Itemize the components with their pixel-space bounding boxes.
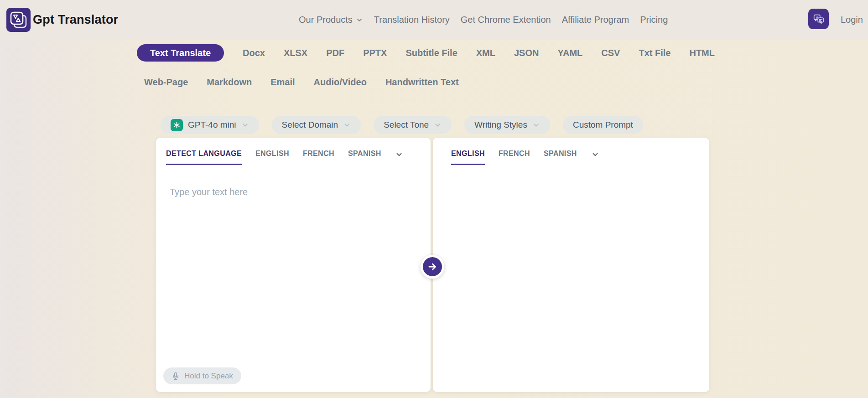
file-type-tabs-row-1: Text Translate Docx XLSX PDF PPTX Subtit… <box>137 44 715 62</box>
hold-to-speak-button[interactable]: Hold to Speak <box>163 367 241 384</box>
source-panel: DETECT LANGUAGE ENGLISH FRENCH SPANISH H… <box>156 138 431 392</box>
translate-bubbles-icon-button[interactable]: A <box>808 9 829 29</box>
custom-prompt-button[interactable]: Custom Prompt <box>563 116 643 134</box>
file-tab-text-translate[interactable]: Text Translate <box>137 44 224 62</box>
file-tab-audio-video[interactable]: Audio/Video <box>314 77 367 88</box>
file-type-tabs-row-2: Web-Page Markdown Email Audio/Video Hand… <box>144 73 459 91</box>
file-tab-web-page[interactable]: Web-Page <box>144 77 188 88</box>
file-tab-handwritten-text[interactable]: Handwritten Text <box>385 77 459 88</box>
openai-logo-icon <box>171 119 183 131</box>
chevron-down-icon <box>434 121 442 129</box>
file-tab-pptx[interactable]: PPTX <box>363 48 387 58</box>
file-tab-csv[interactable]: CSV <box>601 48 620 58</box>
nav-item-get-chrome-extension[interactable]: Get Chrome Extention <box>461 15 551 25</box>
target-tab-english[interactable]: ENGLISH <box>451 150 485 165</box>
chevron-down-icon <box>532 121 540 129</box>
source-language-tabs: DETECT LANGUAGE ENGLISH FRENCH SPANISH <box>166 150 395 165</box>
target-tab-spanish[interactable]: SPANISH <box>544 150 577 165</box>
translate-bubbles-icon: A <box>812 12 826 26</box>
domain-select-dropdown[interactable]: Select Domain <box>272 116 361 134</box>
translate-arrow-button[interactable] <box>421 255 444 279</box>
source-text-input[interactable] <box>162 180 424 348</box>
writing-styles-label: Writing Styles <box>474 120 527 130</box>
domain-select-label: Select Domain <box>282 120 338 130</box>
gpt-translator-page: Gpt Translator Our Products Translation … <box>0 0 868 398</box>
file-tab-json[interactable]: JSON <box>514 48 539 58</box>
file-tab-markdown[interactable]: Markdown <box>207 77 252 88</box>
target-panel: ENGLISH FRENCH SPANISH <box>433 138 709 392</box>
tone-select-dropdown[interactable]: Select Tone <box>374 116 452 134</box>
file-tab-html[interactable]: HTML <box>689 48 715 58</box>
model-select-label: GPT-4o mini <box>188 120 236 130</box>
chevron-down-icon <box>356 16 363 24</box>
file-tab-subtitle-file[interactable]: Subtitle File <box>405 48 457 58</box>
nav-item-pricing[interactable]: Pricing <box>640 15 668 25</box>
source-tab-detect-language[interactable]: DETECT LANGUAGE <box>166 150 242 165</box>
file-tab-docx[interactable]: Docx <box>243 48 265 58</box>
model-select-dropdown[interactable]: GPT-4o mini <box>161 116 259 134</box>
header: Gpt Translator Our Products Translation … <box>0 0 868 40</box>
brand-logo-icon <box>6 8 31 32</box>
login-link[interactable]: Login <box>841 0 863 40</box>
nav-item-affiliate-program[interactable]: Affiliate Program <box>562 15 629 25</box>
source-tab-english[interactable]: ENGLISH <box>255 150 289 165</box>
source-tab-french[interactable]: FRENCH <box>303 150 334 165</box>
hold-to-speak-label: Hold to Speak <box>184 372 233 381</box>
writing-styles-dropdown[interactable]: Writing Styles <box>464 116 550 134</box>
microphone-icon <box>172 372 180 380</box>
nav-item-label: Our Products <box>299 15 353 25</box>
file-tab-email[interactable]: Email <box>270 77 295 88</box>
file-tab-txt-file[interactable]: Txt File <box>639 48 670 58</box>
main-content: Text Translate Docx XLSX PDF PPTX Subtit… <box>0 40 868 398</box>
brand-title: Gpt Translator <box>33 0 118 40</box>
nav-item-translation-history[interactable]: Translation History <box>374 15 450 25</box>
target-language-tabs: ENGLISH FRENCH SPANISH <box>451 150 599 165</box>
file-tab-pdf[interactable]: PDF <box>326 48 344 58</box>
chevron-down-icon[interactable] <box>591 150 599 165</box>
translation-controls: GPT-4o mini Select Domain Select Tone Wr… <box>161 116 643 134</box>
custom-prompt-label: Custom Prompt <box>573 120 633 130</box>
source-tab-spanish[interactable]: SPANISH <box>348 150 381 165</box>
chevron-down-icon <box>343 121 351 129</box>
target-tab-french[interactable]: FRENCH <box>499 150 530 165</box>
arrow-right-icon <box>427 261 438 272</box>
main-nav: Our Products Translation History Get Chr… <box>299 0 668 40</box>
file-tab-xml[interactable]: XML <box>476 48 495 58</box>
chevron-down-icon <box>241 121 249 129</box>
nav-item-our-products[interactable]: Our Products <box>299 15 363 25</box>
chevron-down-icon[interactable] <box>395 150 403 165</box>
file-tab-xlsx[interactable]: XLSX <box>284 48 307 58</box>
file-tab-yaml[interactable]: YAML <box>557 48 582 58</box>
tone-select-label: Select Tone <box>384 120 429 130</box>
